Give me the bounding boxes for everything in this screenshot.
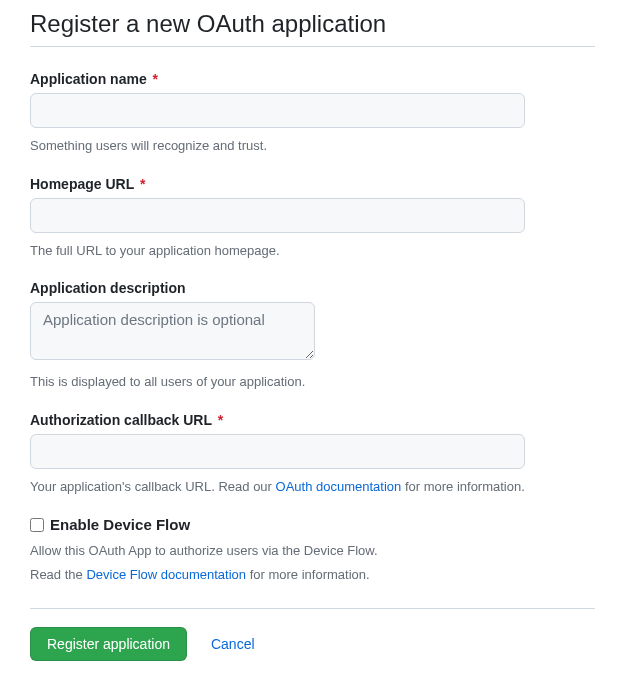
device-flow-checkbox[interactable] <box>30 518 44 532</box>
required-asterisk: * <box>140 176 145 192</box>
device-flow-help-prefix: Read the <box>30 567 86 582</box>
app-name-label: Application name * <box>30 71 595 87</box>
homepage-url-label-text: Homepage URL <box>30 176 134 192</box>
page-title: Register a new OAuth application <box>30 10 595 47</box>
device-flow-label[interactable]: Enable Device Flow <box>50 516 190 533</box>
app-name-input[interactable] <box>30 93 525 128</box>
homepage-url-group: Homepage URL * The full URL to your appl… <box>30 176 595 261</box>
device-flow-group: Enable Device Flow Allow this OAuth App … <box>30 516 595 584</box>
device-flow-row: Enable Device Flow <box>30 516 595 533</box>
device-flow-documentation-link[interactable]: Device Flow documentation <box>86 567 246 582</box>
app-description-label: Application description <box>30 280 595 296</box>
device-flow-help: Allow this OAuth App to authorize users … <box>30 541 595 584</box>
oauth-documentation-link[interactable]: OAuth documentation <box>276 479 402 494</box>
register-application-button[interactable]: Register application <box>30 627 187 661</box>
callback-help-prefix: Your application's callback URL. Read ou… <box>30 479 276 494</box>
homepage-url-input[interactable] <box>30 198 525 233</box>
device-flow-help-suffix: for more information. <box>246 567 370 582</box>
app-name-help: Something users will recognize and trust… <box>30 136 595 156</box>
device-flow-help-line1: Allow this OAuth App to authorize users … <box>30 541 595 561</box>
required-asterisk: * <box>218 412 223 428</box>
cancel-link[interactable]: Cancel <box>211 636 255 652</box>
oauth-registration-form: Application name * Something users will … <box>30 71 595 661</box>
callback-url-label: Authorization callback URL * <box>30 412 595 428</box>
required-asterisk: * <box>153 71 158 87</box>
callback-help-suffix: for more information. <box>401 479 525 494</box>
app-description-help: This is displayed to all users of your a… <box>30 372 595 392</box>
app-description-group: Application description This is displaye… <box>30 280 595 392</box>
callback-url-help: Your application's callback URL. Read ou… <box>30 477 595 497</box>
callback-url-group: Authorization callback URL * Your applic… <box>30 412 595 497</box>
app-name-label-text: Application name <box>30 71 147 87</box>
form-actions: Register application Cancel <box>30 608 595 661</box>
app-name-group: Application name * Something users will … <box>30 71 595 156</box>
homepage-url-label: Homepage URL * <box>30 176 595 192</box>
callback-url-label-text: Authorization callback URL <box>30 412 212 428</box>
app-description-textarea[interactable] <box>30 302 315 360</box>
callback-url-input[interactable] <box>30 434 525 469</box>
homepage-url-help: The full URL to your application homepag… <box>30 241 595 261</box>
device-flow-help-line2: Read the Device Flow documentation for m… <box>30 565 595 585</box>
